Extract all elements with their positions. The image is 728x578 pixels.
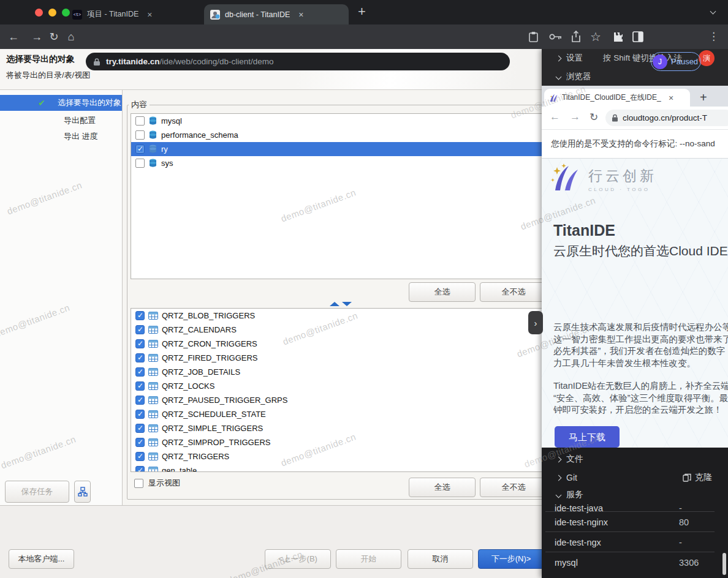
start-button[interactable]: 开始 (336, 549, 401, 569)
checkbox-checked[interactable] (135, 353, 145, 362)
table-row[interactable]: QRTZ_TRIGGERS (131, 449, 575, 464)
services-section-header[interactable]: 服务 (542, 487, 728, 503)
checkbox-checked[interactable] (135, 410, 145, 419)
table-row[interactable]: QRTZ_SCHEDULER_STATE (131, 407, 575, 421)
minimize-window-button[interactable] (48, 9, 56, 17)
table-row[interactable]: QRTZ_JOB_DETAILS (131, 365, 575, 379)
forward-icon[interactable]: → (28, 24, 45, 49)
database-icon (148, 159, 157, 168)
table-list[interactable]: QRTZ_BLOB_TRIGGERS QRTZ_CALENDARS QRTZ_C… (131, 308, 575, 472)
service-row[interactable]: ide-test-nginx 80 (542, 512, 728, 532)
new-tab-button[interactable]: + (700, 91, 707, 104)
back-icon[interactable]: ← (5, 24, 22, 49)
db-row-sys[interactable]: sys (131, 156, 575, 170)
checkbox-checked[interactable] (135, 367, 145, 377)
profile-paused-badge[interactable]: J Paused (651, 52, 701, 71)
next-step-button[interactable]: 下一步(N)> (478, 549, 544, 569)
task-diagram-icon-button[interactable] (74, 481, 91, 503)
reload-icon[interactable]: ↻ (45, 24, 63, 49)
browser-section-header[interactable]: 浏览器 (542, 67, 728, 86)
table-row[interactable]: QRTZ_CALENDARS (131, 323, 575, 337)
new-tab-button[interactable]: + (358, 4, 366, 20)
close-window-button[interactable] (35, 9, 43, 17)
embedded-address-bar[interactable]: cloudtogo.cn/product-T (605, 110, 728, 126)
tab-project[interactable]: <t> 项目 - TitanIDE × (66, 4, 202, 24)
git-section-header[interactable]: Git 克隆 (542, 468, 728, 487)
scrollbar-thumb[interactable] (722, 553, 726, 575)
close-tab-icon[interactable]: × (298, 10, 303, 19)
table-row[interactable]: QRTZ_PAUSED_TRIGGER_GRPS (131, 393, 575, 407)
checkbox-checked[interactable] (135, 396, 145, 405)
bookmark-star-icon[interactable]: ☆ (587, 24, 604, 49)
table-row[interactable]: QRTZ_FIRED_TRIGGERS (131, 351, 575, 365)
checkbox-checked[interactable] (135, 424, 145, 433)
side-panel-icon[interactable] (632, 31, 643, 42)
select-none-bottom-button[interactable]: 全不选 (480, 478, 547, 497)
table-name: QRTZ_BLOB_TRIGGERS (162, 311, 255, 320)
step-select-objects[interactable]: ✔ 选择要导出的对象 (0, 95, 122, 111)
clone-icon (683, 473, 691, 482)
splitter-up-icon[interactable] (330, 302, 339, 306)
embedded-tab[interactable]: TitanIDE_CloudIDE_在线IDE_ × (544, 89, 690, 107)
table-row[interactable]: gen_table (131, 464, 575, 472)
wizard-button-bar: 本地客户端... <上一步(B) 开始 取消 下一步(N)> (0, 505, 542, 578)
checkbox-checked[interactable] (135, 339, 145, 348)
checkbox-checked[interactable] (135, 452, 145, 461)
checkbox-checked[interactable] (135, 381, 145, 391)
table-row[interactable]: QRTZ_LOCKS (131, 379, 575, 393)
service-row[interactable]: mysql 3306 (542, 552, 728, 572)
home-icon[interactable]: ⌂ (63, 24, 80, 49)
files-section-header[interactable]: 文件 (542, 450, 728, 468)
db-row-mysql[interactable]: mysql (131, 114, 575, 128)
table-row[interactable]: QRTZ_SIMPLE_TRIGGERS (131, 421, 575, 435)
db-row-performance-schema[interactable]: performance_schema (131, 128, 575, 142)
table-row[interactable]: QRTZ_SIMPROP_TRIGGERS (131, 435, 575, 449)
step-export-config[interactable]: 导出配置 (0, 113, 122, 129)
local-client-button[interactable]: 本地客户端... (9, 549, 74, 569)
db-row-ry-selected[interactable]: ry (131, 142, 575, 156)
forward-icon[interactable]: → (570, 111, 580, 123)
back-icon[interactable]: ← (550, 111, 560, 123)
service-row[interactable]: ide-test-ngx - (542, 532, 728, 552)
table-row[interactable]: QRTZ_BLOB_TRIGGERS (131, 309, 575, 323)
browser-menu-icon[interactable]: ⋮ (708, 30, 719, 43)
table-name: QRTZ_TRIGGERS (162, 452, 229, 461)
cancel-button[interactable]: 取消 (408, 549, 473, 569)
checkbox-checked[interactable] (135, 311, 145, 320)
back-step-button[interactable]: <上一步(B) (265, 549, 331, 569)
select-none-top-button[interactable]: 全不选 (480, 282, 547, 302)
checkbox-checked[interactable] (135, 466, 145, 472)
address-bar[interactable]: try.titanide.cn/ide/web/coding/db-client… (86, 53, 510, 70)
step-label: 选择要导出的对象 (58, 98, 121, 107)
checkbox-checked[interactable] (135, 325, 145, 334)
reload-icon[interactable]: ↻ (590, 111, 598, 124)
notice-text: 您使用的是不受支持的命令行标记: --no-sand (551, 138, 715, 149)
demo-badge[interactable]: 演 (699, 50, 715, 66)
select-all-top-button[interactable]: 全选 (409, 282, 476, 302)
close-tab-icon[interactable]: × (669, 93, 673, 103)
share-icon[interactable] (571, 31, 581, 43)
git-clone-button[interactable]: 克隆 (683, 468, 712, 487)
tab-db-client[interactable]: db-client - TitanIDE × (204, 4, 349, 24)
step-export-progress[interactable]: 导出 进度 (0, 129, 122, 144)
browser-section-label: 浏览器 (566, 71, 591, 82)
close-tab-icon[interactable]: × (147, 10, 152, 19)
save-task-button[interactable]: 保存任务 (5, 481, 69, 503)
database-list[interactable]: mysql performance_schema ry sys (131, 113, 575, 279)
tab-search-chevron-icon[interactable] (710, 9, 716, 15)
select-all-bottom-button[interactable]: 全选 (409, 478, 476, 497)
splitter-down-icon[interactable] (342, 302, 352, 306)
table-row[interactable]: QRTZ_CRON_TRIGGERS (131, 337, 575, 351)
checkbox-checked[interactable] (135, 438, 145, 447)
checkbox-unchecked[interactable] (135, 159, 145, 168)
checkbox-unchecked[interactable] (135, 116, 145, 126)
checkbox-checked[interactable] (135, 144, 145, 154)
table-name: gen_table (162, 466, 197, 472)
checkbox-unchecked[interactable] (135, 130, 145, 140)
clipboard-icon[interactable] (528, 31, 539, 42)
panel-collapse-handle[interactable]: › (528, 311, 543, 334)
show-views-checkbox[interactable] (134, 479, 143, 488)
download-now-button[interactable]: 马上下载 (555, 426, 620, 448)
extensions-puzzle-icon[interactable] (613, 31, 624, 42)
password-key-icon[interactable] (549, 33, 563, 40)
